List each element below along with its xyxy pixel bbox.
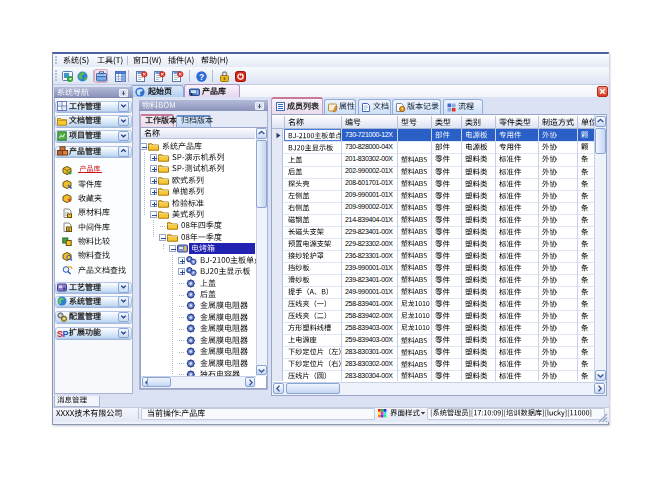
svg-text:P: P — [63, 328, 69, 338]
svg-text:?: ? — [198, 71, 203, 81]
